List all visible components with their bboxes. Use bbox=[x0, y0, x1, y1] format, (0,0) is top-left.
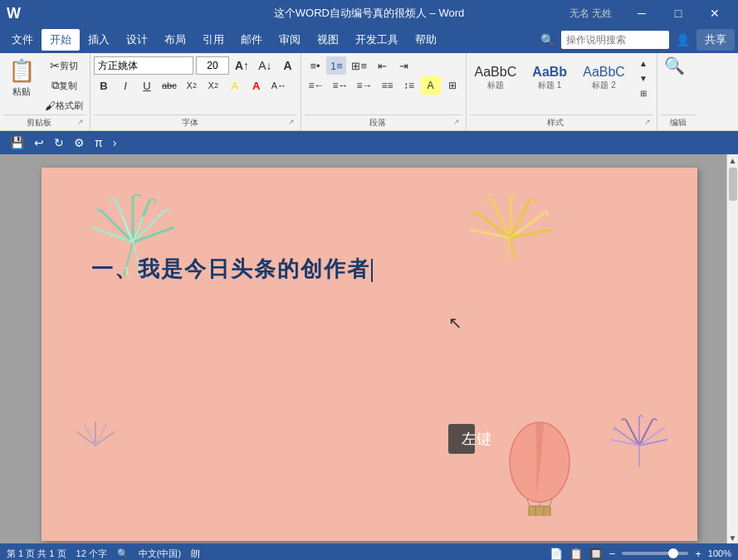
increase-indent-button[interactable]: ⇥ bbox=[393, 56, 413, 75]
align-right-button[interactable]: ≡→ bbox=[354, 76, 376, 95]
document-text-content: 一、我是今日头条的创作者 bbox=[91, 256, 370, 281]
menu-insert[interactable]: 插入 bbox=[80, 29, 118, 51]
subscript-button[interactable]: X2 bbox=[182, 76, 202, 95]
italic-button[interactable]: I bbox=[115, 76, 135, 95]
char-count: 12 个字 bbox=[76, 548, 107, 560]
view-normal-icon[interactable]: 📄 bbox=[550, 548, 563, 560]
svg-line-22 bbox=[506, 238, 511, 259]
search-input[interactable] bbox=[561, 31, 669, 49]
superscript-button[interactable]: X2 bbox=[203, 76, 223, 95]
menu-references[interactable]: 引用 bbox=[194, 29, 232, 51]
search-replace-button[interactable]: 🔍 bbox=[661, 56, 688, 75]
style-normal-text: AaBbC bbox=[475, 65, 517, 80]
more-quick-button[interactable]: › bbox=[110, 134, 120, 151]
view-layout-icon[interactable]: 📋 bbox=[569, 548, 583, 560]
scroll-thumb[interactable] bbox=[729, 168, 737, 201]
close-button[interactable]: ✕ bbox=[698, 0, 731, 27]
font-content: A↑ A↓ A B I U abc X2 X2 A A A↔ bbox=[94, 56, 297, 114]
menu-help[interactable]: 帮助 bbox=[407, 29, 445, 51]
clipboard-expand-icon[interactable]: ↗ bbox=[75, 117, 86, 127]
decrease-indent-button[interactable]: ⇤ bbox=[372, 56, 392, 75]
underline-button[interactable]: U bbox=[137, 76, 157, 95]
style-heading1-button[interactable]: AaBb 标题 1 bbox=[525, 63, 574, 93]
bold-button[interactable]: B bbox=[94, 76, 114, 95]
zoom-slider[interactable] bbox=[622, 552, 688, 555]
ribbon-group-paragraph: ≡• 1≡ ⊞≡ ⇤ ⇥ ≡← ≡↔ ≡→ ≡≡ ↕≡ A ⊞ 段落 ↗ bbox=[301, 53, 466, 130]
align-center-button[interactable]: ≡↔ bbox=[329, 76, 351, 95]
maximize-button[interactable]: □ bbox=[662, 0, 695, 27]
ribbon-group-clipboard: 📋 粘贴 ✂ 剪切 ⧉ 复制 🖌 格式刷 bbox=[0, 53, 90, 130]
char-spacing-button[interactable]: A↔ bbox=[268, 76, 290, 95]
bullet-list-button[interactable]: ≡• bbox=[305, 56, 325, 75]
borders-button[interactable]: ⊞ bbox=[442, 76, 462, 95]
proofing-icon[interactable]: 🔍 bbox=[117, 548, 129, 559]
font-size-decrease-button[interactable]: A↓ bbox=[255, 56, 275, 75]
format-painter-icon: 🖌 bbox=[45, 100, 56, 112]
menu-design[interactable]: 设计 bbox=[118, 29, 156, 51]
menu-layout[interactable]: 布局 bbox=[156, 29, 194, 51]
multilevel-list-button[interactable]: ⊞≡ bbox=[348, 56, 370, 75]
styles-scroll-up-button[interactable]: ▲ bbox=[633, 56, 653, 70]
styles-content: AaBbC 标题 AaBb 标题 1 AaBbC 标题 2 ▲ ▼ ⊞ bbox=[470, 56, 653, 114]
zoom-in-button[interactable]: + bbox=[695, 548, 701, 560]
language-info: 中文(中国) bbox=[139, 548, 181, 560]
justify-button[interactable]: ≡≡ bbox=[378, 76, 398, 95]
balloon-svg bbox=[506, 416, 573, 516]
style-normal-button[interactable]: AaBbC 标题 bbox=[470, 63, 522, 93]
strikethrough-button[interactable]: abc bbox=[159, 76, 180, 95]
text-highlight-button[interactable]: A bbox=[225, 76, 245, 95]
font-color-button[interactable]: A bbox=[247, 76, 266, 95]
scroll-down-arrow[interactable]: ▼ bbox=[727, 532, 739, 543]
cut-button[interactable]: ✂ 剪切 bbox=[42, 56, 86, 75]
style-heading1-label: 标题 1 bbox=[538, 80, 561, 91]
styles-more-button[interactable]: ⊞ bbox=[633, 86, 653, 100]
redo-quick-button[interactable]: ↻ bbox=[51, 134, 67, 151]
menu-home[interactable]: 开始 bbox=[42, 29, 80, 51]
firework-bottom-left bbox=[66, 416, 125, 466]
save-quick-button[interactable]: 💾 bbox=[7, 134, 27, 151]
font-expand-icon[interactable]: ↗ bbox=[286, 117, 297, 127]
clear-format-button[interactable]: A bbox=[277, 56, 297, 75]
menu-developer[interactable]: 开发工具 bbox=[347, 29, 407, 51]
font-family-input[interactable] bbox=[94, 56, 193, 75]
menu-mailings[interactable]: 邮件 bbox=[232, 29, 271, 51]
menu-review[interactable]: 审阅 bbox=[271, 29, 309, 51]
style-heading2-button[interactable]: AaBbC 标题 2 bbox=[578, 63, 630, 93]
vertical-scrollbar[interactable]: ▲ ▼ bbox=[726, 154, 738, 543]
ribbon: 📋 粘贴 ✂ 剪切 ⧉ 复制 🖌 格式刷 bbox=[0, 53, 738, 131]
align-left-button[interactable]: ≡← bbox=[305, 76, 327, 95]
view-web-icon[interactable]: 🔲 bbox=[589, 548, 603, 560]
styles-expand-icon[interactable]: ↗ bbox=[642, 117, 653, 127]
customize-button[interactable]: ⚙ bbox=[71, 134, 88, 151]
app-logo-icon: W bbox=[7, 5, 21, 22]
line-spacing-button[interactable]: ↕≡ bbox=[399, 76, 419, 95]
paste-button[interactable]: 📋 粘贴 bbox=[3, 56, 40, 100]
share-button[interactable]: 共享 bbox=[696, 29, 735, 51]
zoom-out-button[interactable]: − bbox=[609, 548, 616, 560]
ribbon-group-font: A↑ A↓ A B I U abc X2 X2 A A A↔ 字体 ↗ bbox=[90, 53, 301, 130]
copy-label: 复制 bbox=[59, 80, 77, 92]
status-bar: 第 1 页 共 1 页 12 个字 🔍 中文(中国) 朗 📄 📋 🔲 − + 1… bbox=[0, 543, 738, 560]
format-painter-button[interactable]: 🖌 格式刷 bbox=[42, 96, 86, 114]
menu-file[interactable]: 文件 bbox=[3, 29, 42, 51]
font-size-increase-button[interactable]: A↑ bbox=[232, 56, 252, 75]
search-icon: 🔍 bbox=[540, 33, 555, 46]
firework-top-right bbox=[465, 184, 556, 267]
paragraph-label: 段落 ↗ bbox=[305, 114, 462, 130]
font-label: 字体 ↗ bbox=[94, 114, 297, 130]
font-size-input[interactable] bbox=[196, 56, 229, 75]
menu-view[interactable]: 视图 bbox=[309, 29, 347, 51]
zoom-thumb[interactable] bbox=[668, 548, 678, 558]
minimize-button[interactable]: ─ bbox=[625, 0, 658, 27]
shading-button[interactable]: A bbox=[421, 76, 441, 95]
copy-button[interactable]: ⧉ 复制 bbox=[42, 76, 86, 95]
undo-quick-button[interactable]: ↩ bbox=[31, 134, 47, 151]
paragraph-expand-icon[interactable]: ↗ bbox=[451, 117, 462, 127]
scroll-up-arrow[interactable]: ▲ bbox=[727, 154, 739, 166]
document-text[interactable]: 一、我是今日头条的创作者 bbox=[91, 255, 373, 284]
svg-line-38 bbox=[527, 499, 530, 506]
numbered-list-button[interactable]: 1≡ bbox=[326, 56, 346, 75]
styles-scroll-down-button[interactable]: ▼ bbox=[633, 71, 653, 85]
pin-button[interactable]: π bbox=[91, 134, 106, 151]
paragraph-content: ≡• 1≡ ⊞≡ ⇤ ⇥ ≡← ≡↔ ≡→ ≡≡ ↕≡ A ⊞ bbox=[305, 56, 462, 114]
